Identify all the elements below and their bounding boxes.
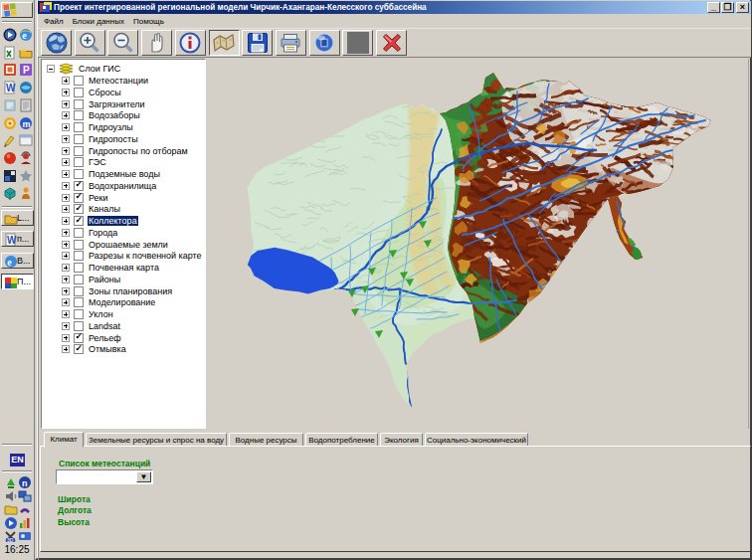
- svg-text:W: W: [7, 235, 17, 246]
- svg-text:P: P: [23, 65, 30, 76]
- svg-text:m: m: [23, 118, 31, 128]
- svg-text:e: e: [7, 256, 12, 267]
- svg-text:3D: 3D: [7, 537, 14, 543]
- svg-text:W: W: [6, 83, 16, 93]
- svg-text:n: n: [22, 478, 28, 488]
